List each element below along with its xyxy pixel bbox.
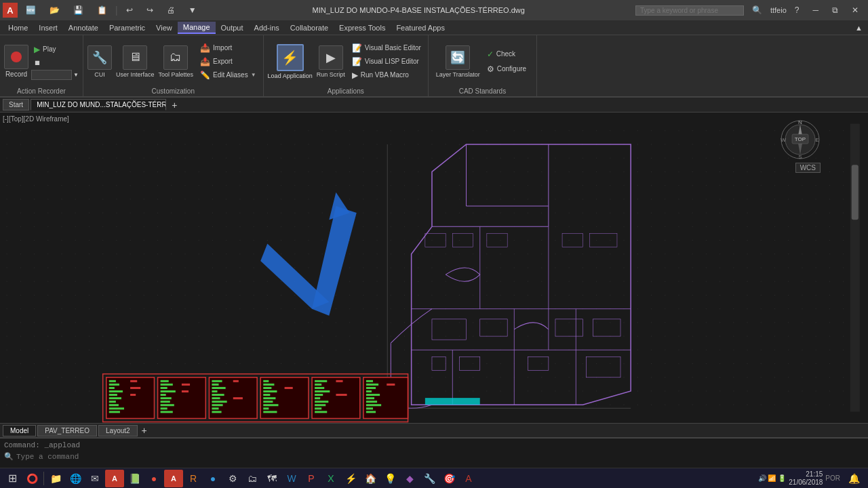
tb-start[interactable]: ⊞	[3, 470, 22, 487]
menu-home[interactable]: Home	[3, 22, 33, 33]
qa-save[interactable]: 💾	[68, 3, 89, 18]
tb-app7[interactable]: ⚡	[341, 470, 360, 487]
tb-search[interactable]: ⭕	[22, 470, 41, 487]
qa-print[interactable]: 🖨	[161, 3, 180, 18]
tb-app9[interactable]: 💡	[380, 470, 399, 487]
tb-app13[interactable]: A	[459, 470, 478, 487]
play-button[interactable]: ▶ Play	[31, 43, 79, 56]
qa-redo[interactable]: ↪	[141, 3, 159, 18]
tb-autocad1[interactable]: A	[105, 470, 124, 487]
search-btn[interactable]: 🔍	[747, 3, 768, 18]
run-vba-label: Run VBA Macro	[361, 71, 409, 79]
export-icon: 📤	[200, 57, 210, 66]
layer-translator-button[interactable]: 🔄	[446, 45, 470, 70]
tb-app12[interactable]: 🎯	[439, 470, 458, 487]
ribbon-minimize-btn[interactable]: ▲	[852, 22, 865, 33]
tb-mail[interactable]: ✉	[85, 470, 104, 487]
doc-tab-start[interactable]: Start	[3, 99, 29, 110]
model-tab[interactable]: Model	[3, 425, 36, 436]
tb-app3[interactable]: ●	[144, 470, 163, 487]
qa-saveas[interactable]: 📋	[92, 3, 113, 18]
system-tray: 🔊 📶 🔋 21:15 21/06/2018 POR 🔔	[758, 470, 865, 487]
west-label: W	[781, 137, 786, 143]
menu-annotate[interactable]: Annotate	[63, 22, 104, 33]
qa-new[interactable]: 🆕	[20, 3, 41, 18]
tb-app8[interactable]: 🏠	[361, 470, 380, 487]
time-display: 21:15	[789, 470, 823, 479]
ui-label: User Interface	[116, 71, 155, 78]
add-layout-btn[interactable]: +	[139, 425, 150, 436]
stop-button[interactable]: ⏹	[31, 58, 79, 68]
menu-output[interactable]: Output	[216, 22, 249, 33]
customization-items: 🔧 CUI 🖥 User Interface 🗂 Tool Palettes	[87, 37, 259, 86]
menu-view[interactable]: View	[151, 22, 178, 33]
menu-parametric[interactable]: Parametric	[104, 22, 151, 33]
tb-maps[interactable]: 🗺	[262, 470, 281, 487]
layer-dd-btn[interactable]: ▼	[73, 72, 79, 78]
restore-btn[interactable]: ⧉	[827, 3, 844, 18]
tb-app6[interactable]: 🗂	[243, 470, 262, 487]
drawing-canvas[interactable]	[0, 113, 868, 423]
tb-app2[interactable]: 📗	[125, 470, 144, 487]
check-label: Check	[496, 50, 515, 58]
close-btn[interactable]: ✕	[846, 3, 864, 18]
qa-undo[interactable]: ↩	[121, 3, 138, 18]
export-button[interactable]: 📤 Export	[197, 56, 259, 68]
tb-app4[interactable]: ●	[203, 470, 222, 487]
lisp-editor-button[interactable]: 📝 Visual LISP Editor	[349, 56, 424, 68]
edit-aliases-button[interactable]: ✏️ Edit Aliases ▼	[197, 69, 259, 81]
ribbon: Record ▶ Play ⏹	[0, 35, 868, 98]
menu-collaborate[interactable]: Collaborate	[285, 22, 334, 33]
add-tab-btn[interactable]: +	[167, 100, 181, 110]
tool-palettes-button[interactable]: 🗂	[163, 45, 188, 70]
configure-icon: ⚙	[487, 64, 494, 74]
run-vba-button[interactable]: ▶ Run VBA Macro	[349, 69, 424, 81]
layer-input[interactable]	[31, 70, 72, 80]
tb-word[interactable]: W	[282, 470, 301, 487]
scroll-thumb[interactable]	[852, 165, 859, 220]
record-button[interactable]	[4, 45, 28, 69]
menu-featuredapps[interactable]: Featured Apps	[391, 22, 450, 33]
search-input[interactable]	[635, 5, 744, 16]
vb-editor-button[interactable]: 📝 Visual Basic Editor	[349, 42, 424, 54]
tb-app10[interactable]: ◆	[400, 470, 419, 487]
help-btn[interactable]: ?	[789, 3, 805, 18]
command-prompt-icon: 🔍	[4, 452, 14, 461]
cad-standards-items: 🔄 Layer Translator ✓ Check ⚙ Configure	[436, 37, 529, 86]
title-bar: A 🆕 📂 💾 📋 | ↩ ↪ 🖨 ▼ MIN_LUZ DO MUNDO-P4-…	[0, 0, 868, 20]
tb-explorer[interactable]: 📁	[46, 470, 65, 487]
compass-svg: N S W E TOP	[780, 119, 821, 160]
menu-expresstools[interactable]: Express Tools	[334, 22, 391, 33]
tb-excel[interactable]: X	[321, 470, 340, 487]
doc-tab-main[interactable]: MIN_LUZ DO MUND...STALAÇÕES-TÉRREO ✕	[31, 99, 166, 110]
tb-app11[interactable]: 🔧	[420, 470, 439, 487]
wcs-badge: WCS	[795, 163, 821, 173]
minimize-btn[interactable]: ─	[807, 3, 824, 18]
tb-autocad2[interactable]: A	[164, 470, 183, 487]
svg-rect-31	[109, 380, 116, 382]
lang-display: POR	[825, 474, 840, 482]
import-button[interactable]: 📥 Import	[197, 42, 259, 54]
cui-button[interactable]: 🔧	[87, 45, 112, 70]
menu-insert[interactable]: Insert	[33, 22, 63, 33]
qa-dropdown[interactable]: ▼	[183, 3, 202, 18]
export-label: Export	[213, 58, 233, 65]
tb-app5[interactable]: ⚙	[223, 470, 242, 487]
qa-open[interactable]: 📂	[44, 3, 65, 18]
menu-addins[interactable]: Add-ins	[249, 22, 285, 33]
configure-button[interactable]: ⚙ Configure	[484, 63, 529, 75]
tb-revit[interactable]: R	[184, 470, 203, 487]
panel-5	[312, 378, 360, 419]
svg-rect-39	[109, 407, 124, 409]
command-input-field[interactable]	[16, 453, 864, 461]
load-application-button[interactable]: ⚡	[277, 44, 304, 71]
menu-manage[interactable]: Manage	[178, 22, 216, 34]
layout2-tab[interactable]: Layout2	[98, 425, 138, 436]
check-button[interactable]: ✓ Check	[484, 48, 529, 60]
tb-browser[interactable]: 🌐	[66, 470, 85, 487]
run-script-button[interactable]: ▶	[319, 45, 343, 70]
user-interface-button[interactable]: 🖥	[123, 45, 147, 70]
pavterreo-tab[interactable]: PAV_TERREO	[37, 425, 97, 436]
tb-powerpoint[interactable]: P	[302, 470, 321, 487]
notifications-btn[interactable]: 🔔	[843, 470, 865, 487]
